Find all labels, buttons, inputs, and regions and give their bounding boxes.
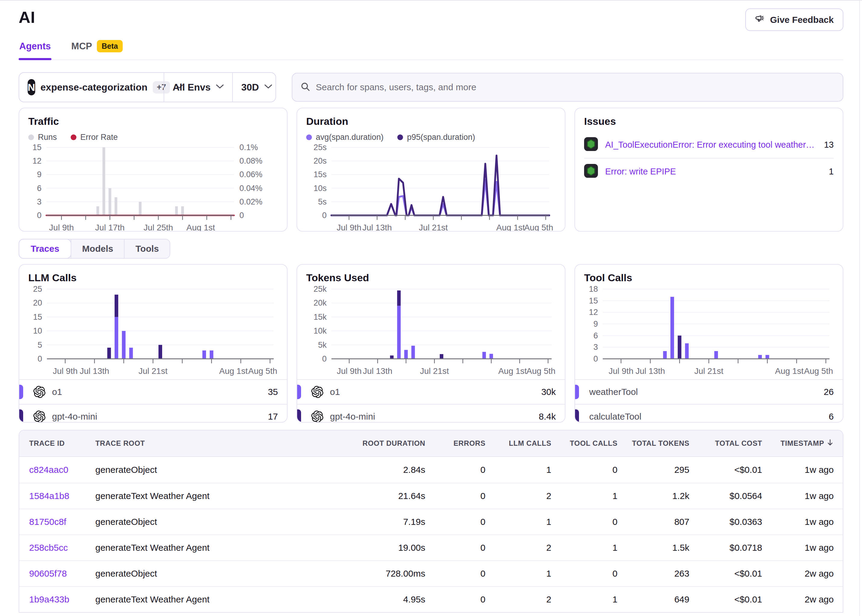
tools-legend-row-calculatetool[interactable]: calculateTool6 <box>575 404 843 423</box>
svg-text:0.06%: 0.06% <box>239 170 262 179</box>
legend-label: Runs <box>38 133 57 142</box>
tokens-used-legend-rows: o130kgpt-4o-mini8.4k <box>297 379 565 423</box>
page-header: AI Give Feedback <box>19 8 843 31</box>
issue-level-gem-icon <box>584 137 598 152</box>
table-row[interactable]: 258cb5ccgenerateText Weather Agent19.00s… <box>19 534 843 560</box>
total-tokens-cell: 263 <box>617 569 689 579</box>
root-duration-cell: 19.00s <box>358 543 425 553</box>
table-row[interactable]: 1b9a433bgenerateText Weather Agent4.95s0… <box>19 586 843 612</box>
svg-text:0: 0 <box>38 354 42 363</box>
timestamp-cell[interactable]: 1w ago <box>762 543 834 553</box>
llm-legend-row-gpt-4o-mini[interactable]: gpt-4o-mini17 <box>19 404 287 423</box>
series-swatch-icon <box>575 409 579 423</box>
scrollbar-track[interactable] <box>859 0 860 616</box>
column-header-label: TIMESTAMP <box>780 439 824 448</box>
total-cost-cell: $0.0718 <box>689 543 762 553</box>
table-row[interactable]: c824aac0generateObject2.84s010295<$0.011… <box>19 457 843 483</box>
column-header-root-duration[interactable]: ROOT DURATION <box>358 439 425 448</box>
issue-link[interactable]: Error: write EPIPE <box>605 167 822 176</box>
table-row[interactable]: 81750c8fgenerateObject7.19s010807$0.0363… <box>19 509 843 534</box>
give-feedback-button[interactable]: Give Feedback <box>745 8 843 31</box>
trace-id-link[interactable]: 1584a1b8 <box>29 491 95 501</box>
tokens-legend-row-gpt-4o-mini[interactable]: gpt-4o-mini8.4k <box>297 404 565 423</box>
date-range-select[interactable]: 30D <box>232 73 281 102</box>
trace-id-link[interactable]: 81750c8f <box>29 517 95 527</box>
svg-text:15: 15 <box>33 313 42 322</box>
timestamp-cell[interactable]: 2w ago <box>762 569 834 579</box>
tool-calls-title: Tool Calls <box>584 272 843 284</box>
trace-id-link[interactable]: 90605f78 <box>29 569 95 579</box>
trace-id-link[interactable]: 1b9a433b <box>29 594 95 605</box>
svg-text:0: 0 <box>322 211 327 220</box>
table-row[interactable]: 90605f78generateObject728.00ms010263<$0.… <box>19 560 843 586</box>
search-icon <box>300 82 310 93</box>
series-value: 6 <box>829 412 834 422</box>
svg-text:Aug 5th: Aug 5th <box>526 366 556 376</box>
svg-text:Aug 1st: Aug 1st <box>498 366 527 376</box>
trace-root-cell: generateObject <box>95 517 358 527</box>
table-row[interactable]: 1584a1b8generateText Weather Agent21.64s… <box>19 483 843 509</box>
environment-select[interactable]: All Envs <box>163 73 232 102</box>
column-header-timestamp[interactable]: TIMESTAMP <box>762 438 834 448</box>
section-tab-models-label: Models <box>82 244 113 254</box>
series-label: weatherTool <box>589 387 824 397</box>
column-header-trace-root[interactable]: TRACE ROOT <box>95 439 358 448</box>
issue-row[interactable]: Error: write EPIPE1 <box>584 158 834 184</box>
tab-agents[interactable]: Agents <box>19 40 52 60</box>
issues-card: Issues AI_ToolExecutionError: Error exec… <box>575 108 843 232</box>
svg-text:12: 12 <box>589 308 598 317</box>
trace-id-link[interactable]: 258cb5cc <box>29 543 95 553</box>
svg-text:20s: 20s <box>313 156 327 165</box>
trace-root-cell: generateText Weather Agent <box>95 543 358 553</box>
series-swatch-icon <box>297 385 301 399</box>
issue-row[interactable]: AI_ToolExecutionError: Error executing t… <box>584 132 834 158</box>
duration-title: Duration <box>306 115 556 127</box>
errors-cell: 0 <box>425 594 485 605</box>
project-select[interactable]: N expense-categorization +7 <box>19 73 163 102</box>
column-header-total-tokens[interactable]: TOTAL TOKENS <box>617 439 689 448</box>
traffic-legend: RunsError Rate <box>28 133 278 142</box>
column-header-trace-id[interactable]: TRACE ID <box>29 439 95 448</box>
section-tab-traces[interactable]: Traces <box>19 239 71 259</box>
chevron-down-icon <box>216 84 224 90</box>
tokens-chart-svg: 05k10k15k20k25kJul 9thJul 13thJul 21stAu… <box>306 286 557 376</box>
column-header-label: TRACE ID <box>29 439 65 447</box>
svg-text:Jul 21st: Jul 21st <box>419 223 448 232</box>
llm-legend-row-o1[interactable]: o135 <box>19 379 287 404</box>
section-tab-tools[interactable]: Tools <box>124 239 170 258</box>
tab-agents-label: Agents <box>19 41 51 52</box>
tools-legend-row-weathertool[interactable]: weatherTool26 <box>575 379 843 404</box>
tokens-legend-row-o1[interactable]: o130k <box>297 379 565 404</box>
chevron-down-icon <box>264 84 272 90</box>
search-input[interactable] <box>316 82 835 92</box>
traffic-legend-item: Runs <box>28 133 57 142</box>
svg-text:Jul 9th: Jul 9th <box>337 366 362 376</box>
llm-calls-card: LLM Calls 0510152025Jul 9thJul 13thJul 2… <box>19 264 287 423</box>
trace-id-link[interactable]: c824aac0 <box>29 465 95 475</box>
column-header-tool-calls[interactable]: TOOL CALLS <box>551 439 617 448</box>
section-tab-models[interactable]: Models <box>71 239 124 258</box>
tool-calls-chart: 0369121518Jul 9thJul 13thJul 21stAug 1st… <box>584 286 843 376</box>
issue-link[interactable]: AI_ToolExecutionError: Error executing t… <box>605 140 817 150</box>
tab-mcp[interactable]: MCP Beta <box>71 40 123 60</box>
series-label: o1 <box>52 387 268 397</box>
column-header-llm-calls[interactable]: LLM CALLS <box>485 439 551 448</box>
total-cost-cell: <$0.01 <box>689 569 762 579</box>
overview-cards: Traffic RunsError Rate 0369121500.02%0.0… <box>19 108 843 232</box>
total-cost-cell: $0.0363 <box>689 517 762 527</box>
column-header-errors[interactable]: ERRORS <box>425 439 485 448</box>
duration-legend-item: avg(span.duration) <box>306 133 383 142</box>
timestamp-cell[interactable]: 1w ago <box>762 517 834 527</box>
svg-text:25: 25 <box>33 286 42 294</box>
ai-dashboard-page: AI Give Feedback Agents MCP Beta N <box>0 0 862 613</box>
search-bar[interactable] <box>292 73 843 102</box>
timestamp-cell[interactable]: 1w ago <box>762 465 834 475</box>
root-duration-cell: 728.00ms <box>358 569 425 579</box>
issue-count: 1 <box>829 167 834 176</box>
column-header-total-cost[interactable]: TOTAL COST <box>689 439 762 448</box>
timestamp-cell[interactable]: 2w ago <box>762 594 834 605</box>
issues-title: Issues <box>584 115 834 127</box>
svg-text:Jul 13th: Jul 13th <box>363 366 392 376</box>
timestamp-value: 2w ago <box>805 594 834 605</box>
timestamp-cell[interactable]: 1w ago <box>762 491 834 501</box>
